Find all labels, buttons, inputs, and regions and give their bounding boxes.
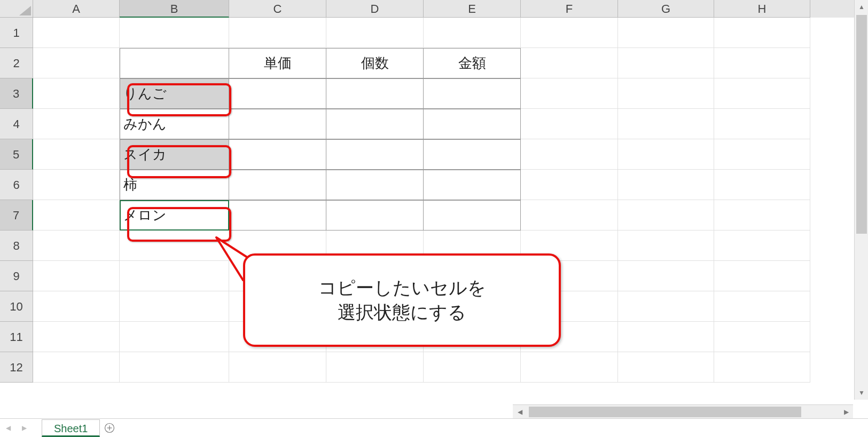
- col-header-h[interactable]: H: [714, 0, 810, 18]
- cell-G12[interactable]: [618, 352, 714, 383]
- cell-A10[interactable]: [33, 291, 120, 322]
- cell-H7[interactable]: [714, 200, 810, 231]
- cell-H8[interactable]: [714, 231, 810, 261]
- cell-A7[interactable]: [33, 200, 120, 231]
- cell-C6[interactable]: [229, 170, 326, 200]
- cell-A4[interactable]: [33, 109, 120, 139]
- cell-E3[interactable]: [424, 78, 521, 109]
- scroll-left-arrow-icon[interactable]: ◀: [513, 405, 527, 419]
- cell-C12[interactable]: [229, 352, 326, 383]
- cell-F6[interactable]: [521, 170, 618, 200]
- hscroll-thumb[interactable]: [529, 407, 801, 417]
- cell-B4[interactable]: みかん: [120, 109, 229, 139]
- sheet-tab-active[interactable]: Sheet1: [42, 419, 100, 437]
- cell-H9[interactable]: [714, 261, 810, 291]
- vertical-scrollbar[interactable]: ▲ ▼: [854, 0, 868, 400]
- cell-D7[interactable]: [326, 200, 424, 231]
- cell-A8[interactable]: [33, 231, 120, 261]
- row-header-8[interactable]: 8: [0, 231, 33, 261]
- row-header-10[interactable]: 10: [0, 291, 33, 322]
- select-all-corner[interactable]: [0, 0, 33, 18]
- cell-H2[interactable]: [714, 48, 810, 78]
- cell-H12[interactable]: [714, 352, 810, 383]
- col-header-d[interactable]: D: [326, 0, 424, 18]
- row-header-3[interactable]: 3: [0, 78, 33, 109]
- cell-D4[interactable]: [326, 109, 424, 139]
- col-header-e[interactable]: E: [424, 0, 521, 18]
- cell-D1[interactable]: [326, 18, 424, 48]
- cell-H1[interactable]: [714, 18, 810, 48]
- scroll-up-arrow-icon[interactable]: ▲: [855, 0, 868, 14]
- cell-C3[interactable]: [229, 78, 326, 109]
- add-sheet-button[interactable]: [100, 419, 119, 438]
- cell-F5[interactable]: [521, 139, 618, 170]
- cell-F1[interactable]: [521, 18, 618, 48]
- cell-G1[interactable]: [618, 18, 714, 48]
- row-header-7[interactable]: 7: [0, 200, 33, 231]
- cell-F4[interactable]: [521, 109, 618, 139]
- cell-H4[interactable]: [714, 109, 810, 139]
- cell-C2[interactable]: 単価: [229, 48, 326, 78]
- cell-H5[interactable]: [714, 139, 810, 170]
- cell-E2[interactable]: 金額: [424, 48, 521, 78]
- col-header-a[interactable]: A: [33, 0, 120, 18]
- row-header-1[interactable]: 1: [0, 18, 33, 48]
- cell-A9[interactable]: [33, 261, 120, 291]
- row-header-11[interactable]: 11: [0, 322, 33, 352]
- cell-A11[interactable]: [33, 322, 120, 352]
- cell-E6[interactable]: [424, 170, 521, 200]
- cell-D12[interactable]: [326, 352, 424, 383]
- cell-B6[interactable]: 柿: [120, 170, 229, 200]
- cell-B9[interactable]: [120, 261, 229, 291]
- cell-B11[interactable]: [120, 322, 229, 352]
- row-header-9[interactable]: 9: [0, 261, 33, 291]
- cell-F2[interactable]: [521, 48, 618, 78]
- cell-B3[interactable]: りんご: [120, 78, 229, 109]
- col-header-f[interactable]: F: [521, 0, 618, 18]
- cell-G10[interactable]: [618, 291, 714, 322]
- cell-G6[interactable]: [618, 170, 714, 200]
- horizontal-scrollbar[interactable]: ◀ ▶: [513, 404, 853, 418]
- cell-H6[interactable]: [714, 170, 810, 200]
- cell-H10[interactable]: [714, 291, 810, 322]
- cell-B12[interactable]: [120, 352, 229, 383]
- sheet-nav-next-icon[interactable]: ▶: [16, 419, 32, 438]
- col-header-c[interactable]: C: [229, 0, 326, 18]
- cell-F7[interactable]: [521, 200, 618, 231]
- cell-E1[interactable]: [424, 18, 521, 48]
- col-header-g[interactable]: G: [618, 0, 714, 18]
- cell-C4[interactable]: [229, 109, 326, 139]
- cell-B1[interactable]: [120, 18, 229, 48]
- cell-B2[interactable]: [120, 48, 229, 78]
- cell-E12[interactable]: [424, 352, 521, 383]
- cell-F3[interactable]: [521, 78, 618, 109]
- row-header-6[interactable]: 6: [0, 170, 33, 200]
- cell-H11[interactable]: [714, 322, 810, 352]
- cell-F12[interactable]: [521, 352, 618, 383]
- cell-B8[interactable]: [120, 231, 229, 261]
- cell-D5[interactable]: [326, 139, 424, 170]
- cell-G9[interactable]: [618, 261, 714, 291]
- cell-A3[interactable]: [33, 78, 120, 109]
- cell-G11[interactable]: [618, 322, 714, 352]
- cell-A6[interactable]: [33, 170, 120, 200]
- scroll-right-arrow-icon[interactable]: ▶: [839, 405, 853, 419]
- cell-A5[interactable]: [33, 139, 120, 170]
- cell-G2[interactable]: [618, 48, 714, 78]
- cell-G4[interactable]: [618, 109, 714, 139]
- cell-B10[interactable]: [120, 291, 229, 322]
- cell-A2[interactable]: [33, 48, 120, 78]
- cell-D2[interactable]: 個数: [326, 48, 424, 78]
- cell-G8[interactable]: [618, 231, 714, 261]
- row-header-5[interactable]: 5: [0, 139, 33, 170]
- cell-G7[interactable]: [618, 200, 714, 231]
- cell-E5[interactable]: [424, 139, 521, 170]
- cell-D6[interactable]: [326, 170, 424, 200]
- cell-H3[interactable]: [714, 78, 810, 109]
- cell-A1[interactable]: [33, 18, 120, 48]
- row-header-2[interactable]: 2: [0, 48, 33, 78]
- cell-C1[interactable]: [229, 18, 326, 48]
- cell-B7[interactable]: メロン: [120, 200, 229, 231]
- scroll-down-arrow-icon[interactable]: ▼: [855, 386, 868, 400]
- cell-E4[interactable]: [424, 109, 521, 139]
